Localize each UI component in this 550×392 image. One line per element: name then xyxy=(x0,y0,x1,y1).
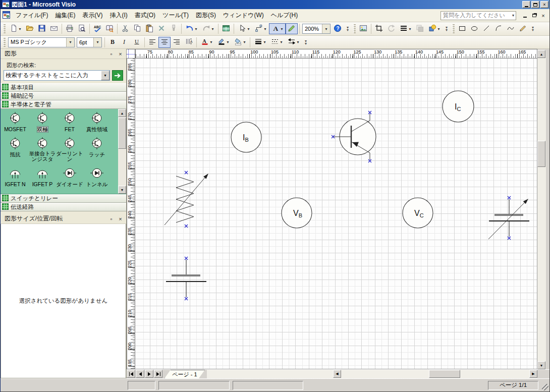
line-ends-format-button[interactable]: ▾ xyxy=(285,37,302,48)
chevron-down-icon[interactable]: ▾ xyxy=(101,71,109,80)
paste-button[interactable] xyxy=(143,23,155,34)
ellipse-tool-button[interactable] xyxy=(468,23,480,34)
vertical-text-button[interactable]: A xyxy=(183,37,195,48)
help-button[interactable]: ? xyxy=(332,23,344,34)
chevron-down-icon[interactable]: ▾ xyxy=(264,27,266,31)
menu-item-4[interactable]: 書式(O) xyxy=(131,9,159,22)
line-tool-button[interactable] xyxy=(480,23,492,34)
fill-color-button[interactable]: ▾ xyxy=(232,37,248,48)
menu-item-3[interactable]: 挿入(I) xyxy=(106,9,131,22)
next-page-button[interactable] xyxy=(145,370,153,378)
picture-button[interactable] xyxy=(357,23,369,34)
toolbar-options-button[interactable]: ▾▾ xyxy=(529,23,536,34)
scroll-down-icon[interactable]: ▼ xyxy=(118,186,126,194)
open-button[interactable] xyxy=(24,23,36,34)
stencil-item-4[interactable]: 抵抗 xyxy=(2,137,29,162)
toolbar-grip[interactable] xyxy=(3,24,6,33)
stencil-item-10[interactable]: ダイオード xyxy=(56,167,83,188)
chevron-down-icon[interactable]: ▾ xyxy=(93,38,101,47)
menu-item-8[interactable]: ヘルプ(H) xyxy=(267,9,302,22)
search-go-button[interactable] xyxy=(112,70,123,81)
doc-minimize-button[interactable] xyxy=(521,12,529,19)
chevron-down-icon[interactable]: ▾ xyxy=(280,40,282,44)
undo-button[interactable]: ▾ xyxy=(183,23,200,34)
horizontal-scrollbar[interactable]: ◀ ▶ xyxy=(207,370,537,378)
stencil-group-top-1[interactable]: 補助記号 xyxy=(1,92,126,100)
chevron-down-icon[interactable]: ▾ xyxy=(281,27,283,31)
rectangle-tool-button[interactable] xyxy=(456,23,468,34)
line-weight-button[interactable]: ▾ xyxy=(252,37,268,48)
stencil-group-top-2[interactable]: 半導体と電子管 xyxy=(1,100,126,109)
last-page-button[interactable] xyxy=(154,370,162,378)
shape-circle-ic[interactable]: IC xyxy=(443,91,474,122)
font-color-button[interactable]: A▾ xyxy=(198,37,215,48)
connector-tool-button[interactable]: ▾ xyxy=(252,23,269,34)
chevron-down-icon[interactable]: ▾ xyxy=(437,27,439,31)
print-preview-button[interactable] xyxy=(76,23,88,34)
doc-restore-button[interactable] xyxy=(530,12,538,19)
stencil-group-bottom-0[interactable]: スイッチとリレー xyxy=(1,194,126,203)
panel-close-button[interactable]: × xyxy=(117,215,124,222)
copy-button[interactable] xyxy=(131,23,143,34)
shape-capacitor[interactable] xyxy=(166,257,206,300)
toolbar-options-button[interactable]: ▾▾ xyxy=(443,23,450,34)
menu-item-0[interactable]: ファイル(F) xyxy=(12,9,51,22)
scroll-up-icon[interactable]: ▲ xyxy=(118,109,126,117)
document-icon[interactable] xyxy=(3,11,10,20)
stencil-group-bottom-1[interactable]: 伝送経路 xyxy=(1,203,126,211)
menu-item-7[interactable]: ウィンドウ(W) xyxy=(219,9,267,22)
font-size-combo[interactable]: 6pt▾ xyxy=(77,37,102,47)
line-pattern-button[interactable]: ▾ xyxy=(268,37,285,48)
toolbar-options-button[interactable]: ▾▾ xyxy=(302,37,309,48)
text-tool-button[interactable]: A▾ xyxy=(269,23,286,34)
shape-circle-ib[interactable]: IB xyxy=(231,122,261,152)
minimize-button[interactable] xyxy=(522,1,530,8)
maximize-button[interactable] xyxy=(531,1,539,8)
zoom-combo[interactable]: 200%▾ xyxy=(302,24,331,34)
chevron-down-icon[interactable]: ▾ xyxy=(243,40,245,44)
arc-tool-button[interactable] xyxy=(492,23,505,34)
first-page-button[interactable] xyxy=(127,370,135,378)
freeform-tool-button[interactable] xyxy=(505,23,517,34)
cut-button[interactable] xyxy=(119,23,131,34)
panel-close-button[interactable]: × xyxy=(117,50,124,58)
chevron-down-icon[interactable]: ▾ xyxy=(210,40,212,44)
ink-tool-button[interactable] xyxy=(286,23,298,34)
order-button[interactable]: ▾ xyxy=(426,23,443,34)
menu-item-1[interactable]: 編集(E) xyxy=(51,9,79,22)
chevron-down-icon[interactable]: ▾ xyxy=(195,27,197,31)
underline-button[interactable]: U xyxy=(131,37,143,48)
stencil-item-5[interactable]: 単接合トランジスタ xyxy=(29,137,56,162)
stencil-item-9[interactable]: IGFET P xyxy=(29,167,56,188)
menu-item-5[interactable]: ツール(T) xyxy=(159,9,192,22)
print-button[interactable] xyxy=(64,23,76,34)
chevron-down-icon[interactable]: ▾ xyxy=(227,40,229,44)
stencil-item-3[interactable]: 真性領域 xyxy=(83,112,111,133)
panel-float-button[interactable]: ▫ xyxy=(107,215,115,222)
pointer-tool-button[interactable]: ▾ xyxy=(236,23,252,34)
line-color-button[interactable]: ▾ xyxy=(215,37,232,48)
save-button[interactable] xyxy=(36,23,48,34)
new-button[interactable]: ▾ xyxy=(7,23,24,34)
pencil-tool-button[interactable] xyxy=(517,23,529,34)
scroll-down-icon[interactable]: ▼ xyxy=(537,361,545,369)
stencil-item-8[interactable]: IGFET N xyxy=(2,167,29,188)
italic-button[interactable]: I xyxy=(119,37,131,48)
shape-variable-capacitor[interactable] xyxy=(488,196,529,240)
crop-tool-button[interactable] xyxy=(373,23,385,34)
stencil-item-7[interactable]: ラッチ xyxy=(83,137,111,162)
chevron-down-icon[interactable]: ▾ xyxy=(19,27,21,31)
shape-bipolar-transistor[interactable] xyxy=(332,111,376,162)
chevron-down-icon[interactable]: ▾ xyxy=(66,38,74,47)
stencil-item-6[interactable]: ダーリントン xyxy=(56,137,83,162)
chevron-down-icon[interactable]: ▾ xyxy=(409,27,411,31)
chevron-down-icon[interactable]: ▾ xyxy=(263,40,265,44)
stencil-item-2[interactable]: FET xyxy=(56,112,83,133)
shape-variable-resistor[interactable] xyxy=(164,171,208,228)
scroll-right-icon[interactable]: ▶ xyxy=(529,370,537,378)
stencil-scroll-thumb[interactable] xyxy=(118,118,126,149)
stencil-group-top-0[interactable]: 基本項目 xyxy=(1,83,126,92)
help-question-box[interactable]: 質問を入力してください ▾ xyxy=(441,11,516,20)
chevron-down-icon[interactable]: ▾ xyxy=(247,27,249,31)
toolbar-options-button[interactable]: ▾▾ xyxy=(344,23,351,34)
